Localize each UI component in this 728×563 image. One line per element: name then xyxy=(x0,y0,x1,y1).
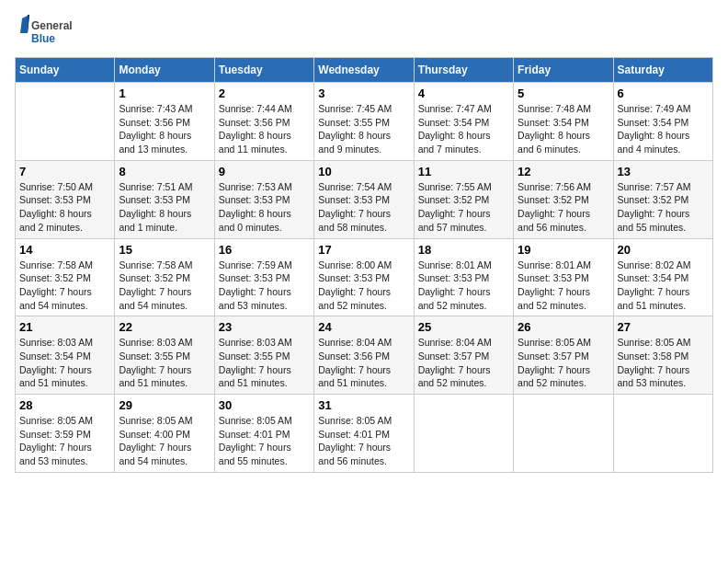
day-info: Sunrise: 8:05 AMSunset: 4:00 PMDaylight:… xyxy=(119,414,210,468)
day-info: Sunrise: 7:44 AMSunset: 3:56 PMDaylight:… xyxy=(219,102,310,156)
page-container: General Blue SundayMondayTuesdayWednesda… xyxy=(15,15,713,473)
day-number: 1 xyxy=(119,86,210,100)
calendar-cell: 26Sunrise: 8:05 AMSunset: 3:57 PMDayligh… xyxy=(514,316,613,395)
day-info: Sunrise: 7:56 AMSunset: 3:52 PMDaylight:… xyxy=(518,180,609,235)
calendar-cell: 16Sunrise: 7:59 AMSunset: 3:53 PMDayligh… xyxy=(214,238,313,316)
day-info: Sunrise: 7:48 AMSunset: 3:54 PMDaylight:… xyxy=(518,102,609,156)
calendar-cell: 7Sunrise: 7:50 AMSunset: 3:53 PMDaylight… xyxy=(16,160,115,238)
day-info: Sunrise: 7:55 AMSunset: 3:52 PMDaylight:… xyxy=(418,180,509,235)
day-number: 24 xyxy=(318,320,409,334)
svg-text:General: General xyxy=(31,19,73,32)
day-info: Sunrise: 8:04 AMSunset: 3:57 PMDaylight:… xyxy=(418,336,509,390)
day-info: Sunrise: 8:05 AMSunset: 3:59 PMDaylight:… xyxy=(19,414,110,468)
calendar-cell: 20Sunrise: 8:02 AMSunset: 3:54 PMDayligh… xyxy=(613,238,712,316)
day-info: Sunrise: 8:03 AMSunset: 3:54 PMDaylight:… xyxy=(19,336,110,390)
calendar-cell: 14Sunrise: 7:58 AMSunset: 3:52 PMDayligh… xyxy=(16,238,115,316)
day-info: Sunrise: 7:43 AMSunset: 3:56 PMDaylight:… xyxy=(119,102,210,156)
day-number: 26 xyxy=(518,320,609,334)
calendar-cell xyxy=(514,395,613,473)
calendar-week-row: 14Sunrise: 7:58 AMSunset: 3:52 PMDayligh… xyxy=(16,238,713,316)
day-info: Sunrise: 8:03 AMSunset: 3:55 PMDaylight:… xyxy=(119,336,210,390)
calendar-cell: 28Sunrise: 8:05 AMSunset: 3:59 PMDayligh… xyxy=(16,395,115,473)
day-number: 27 xyxy=(618,320,709,334)
day-header-saturday: Saturday xyxy=(613,58,712,83)
day-info: Sunrise: 8:05 AMSunset: 3:58 PMDaylight:… xyxy=(618,336,709,390)
day-number: 4 xyxy=(418,86,509,100)
calendar-table: SundayMondayTuesdayWednesdayThursdayFrid… xyxy=(15,57,713,473)
day-info: Sunrise: 7:53 AMSunset: 3:53 PMDaylight:… xyxy=(219,180,310,235)
day-info: Sunrise: 7:58 AMSunset: 3:52 PMDaylight:… xyxy=(19,259,110,313)
day-number: 7 xyxy=(19,165,110,178)
calendar-cell: 17Sunrise: 8:00 AMSunset: 3:53 PMDayligh… xyxy=(314,238,414,316)
header: General Blue xyxy=(15,15,713,50)
day-number: 16 xyxy=(219,243,310,257)
calendar-cell: 6Sunrise: 7:49 AMSunset: 3:54 PMDaylight… xyxy=(613,83,712,161)
day-info: Sunrise: 7:57 AMSunset: 3:52 PMDaylight:… xyxy=(618,180,709,235)
day-info: Sunrise: 7:49 AMSunset: 3:54 PMDaylight:… xyxy=(618,102,709,156)
calendar-cell xyxy=(414,395,513,473)
day-number: 17 xyxy=(318,243,409,257)
day-number: 2 xyxy=(219,86,310,100)
day-header-monday: Monday xyxy=(115,58,214,83)
calendar-cell xyxy=(16,83,115,161)
day-info: Sunrise: 7:59 AMSunset: 3:53 PMDaylight:… xyxy=(219,259,310,313)
calendar-cell: 25Sunrise: 8:04 AMSunset: 3:57 PMDayligh… xyxy=(414,316,513,395)
calendar-cell xyxy=(613,395,712,473)
day-header-tuesday: Tuesday xyxy=(214,58,313,83)
day-number: 13 xyxy=(618,165,709,178)
day-header-friday: Friday xyxy=(514,58,613,83)
calendar-cell: 24Sunrise: 8:04 AMSunset: 3:56 PMDayligh… xyxy=(314,316,414,395)
calendar-cell: 27Sunrise: 8:05 AMSunset: 3:58 PMDayligh… xyxy=(613,316,712,395)
day-number: 25 xyxy=(418,320,509,334)
day-info: Sunrise: 7:50 AMSunset: 3:53 PMDaylight:… xyxy=(19,180,110,235)
calendar-cell: 22Sunrise: 8:03 AMSunset: 3:55 PMDayligh… xyxy=(115,316,214,395)
calendar-cell: 1Sunrise: 7:43 AMSunset: 3:56 PMDaylight… xyxy=(115,83,214,161)
day-number: 5 xyxy=(518,86,609,100)
day-number: 30 xyxy=(219,398,310,412)
svg-marker-3 xyxy=(28,15,29,33)
day-number: 29 xyxy=(119,398,210,412)
calendar-cell: 31Sunrise: 8:05 AMSunset: 4:01 PMDayligh… xyxy=(314,395,414,473)
day-header-thursday: Thursday xyxy=(414,58,513,83)
logo: General Blue xyxy=(15,15,88,50)
calendar-header-row: SundayMondayTuesdayWednesdayThursdayFrid… xyxy=(16,58,713,83)
day-number: 12 xyxy=(518,165,609,178)
day-info: Sunrise: 8:05 AMSunset: 3:57 PMDaylight:… xyxy=(518,336,609,390)
day-number: 21 xyxy=(19,320,110,334)
calendar-cell: 18Sunrise: 8:01 AMSunset: 3:53 PMDayligh… xyxy=(414,238,513,316)
calendar-cell: 10Sunrise: 7:54 AMSunset: 3:53 PMDayligh… xyxy=(314,160,414,238)
day-number: 20 xyxy=(618,243,709,257)
day-number: 22 xyxy=(119,320,210,334)
day-info: Sunrise: 8:01 AMSunset: 3:53 PMDaylight:… xyxy=(418,259,509,313)
calendar-cell: 8Sunrise: 7:51 AMSunset: 3:53 PMDaylight… xyxy=(115,160,214,238)
calendar-cell: 5Sunrise: 7:48 AMSunset: 3:54 PMDaylight… xyxy=(514,83,613,161)
calendar-week-row: 28Sunrise: 8:05 AMSunset: 3:59 PMDayligh… xyxy=(16,395,713,473)
day-info: Sunrise: 7:51 AMSunset: 3:53 PMDaylight:… xyxy=(119,180,210,235)
day-number: 6 xyxy=(618,86,709,100)
calendar-cell: 2Sunrise: 7:44 AMSunset: 3:56 PMDaylight… xyxy=(214,83,313,161)
day-number: 14 xyxy=(19,243,110,257)
calendar-week-row: 7Sunrise: 7:50 AMSunset: 3:53 PMDaylight… xyxy=(16,160,713,238)
day-info: Sunrise: 7:54 AMSunset: 3:53 PMDaylight:… xyxy=(318,180,409,235)
day-info: Sunrise: 7:47 AMSunset: 3:54 PMDaylight:… xyxy=(418,102,509,156)
day-number: 10 xyxy=(318,165,409,178)
day-number: 8 xyxy=(119,165,210,178)
calendar-cell: 12Sunrise: 7:56 AMSunset: 3:52 PMDayligh… xyxy=(514,160,613,238)
day-number: 15 xyxy=(119,243,210,257)
calendar-week-row: 21Sunrise: 8:03 AMSunset: 3:54 PMDayligh… xyxy=(16,316,713,395)
calendar-week-row: 1Sunrise: 7:43 AMSunset: 3:56 PMDaylight… xyxy=(16,83,713,161)
day-number: 3 xyxy=(318,86,409,100)
day-number: 19 xyxy=(518,243,609,257)
calendar-cell: 23Sunrise: 8:03 AMSunset: 3:55 PMDayligh… xyxy=(214,316,313,395)
day-info: Sunrise: 8:05 AMSunset: 4:01 PMDaylight:… xyxy=(318,414,409,468)
day-info: Sunrise: 7:58 AMSunset: 3:52 PMDaylight:… xyxy=(119,259,210,313)
calendar-cell: 19Sunrise: 8:01 AMSunset: 3:53 PMDayligh… xyxy=(514,238,613,316)
calendar-cell: 4Sunrise: 7:47 AMSunset: 3:54 PMDaylight… xyxy=(414,83,513,161)
svg-text:Blue: Blue xyxy=(31,32,55,45)
day-info: Sunrise: 8:02 AMSunset: 3:54 PMDaylight:… xyxy=(618,259,709,313)
day-header-wednesday: Wednesday xyxy=(314,58,414,83)
calendar-cell: 30Sunrise: 8:05 AMSunset: 4:01 PMDayligh… xyxy=(214,395,313,473)
day-number: 11 xyxy=(418,165,509,178)
calendar-cell: 13Sunrise: 7:57 AMSunset: 3:52 PMDayligh… xyxy=(613,160,712,238)
day-number: 9 xyxy=(219,165,310,178)
